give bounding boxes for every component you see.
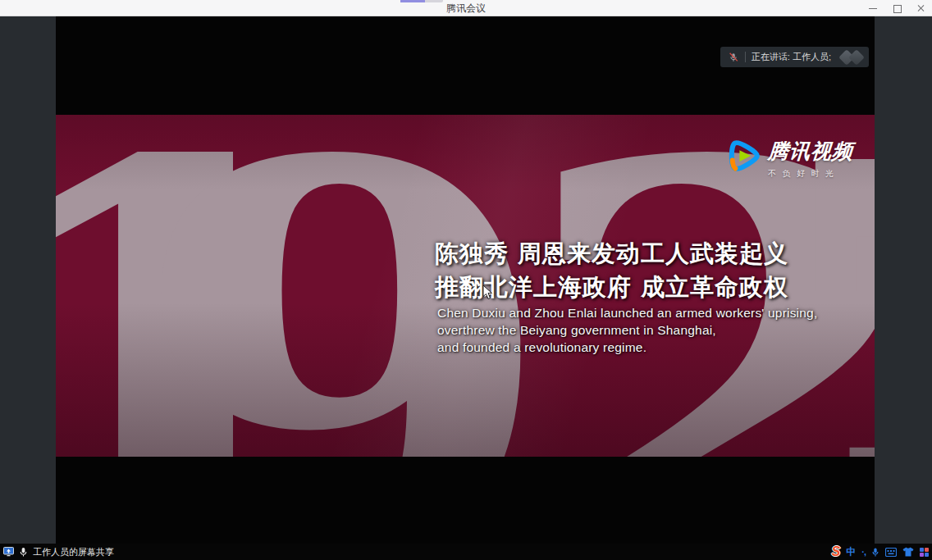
microphone-muted-icon [728,52,739,63]
subtitle-en-line3: and founded a revolutionary regime. [437,339,817,356]
active-speaker-label: 正在讲话: 工作人员; [752,51,831,63]
meeting-content-area: 1 9 2 7 腾讯视频 不负好时光 [0,16,932,544]
screen-share-icon [3,547,14,557]
active-speaker-overlay[interactable]: 正在讲话: 工作人员; [720,47,869,67]
audio-wave-icon [838,47,869,67]
minimize-icon[interactable] [868,3,878,13]
ime-toolbar: S 中 ·, [832,545,932,559]
title-bar: 腾讯会议 [0,0,932,16]
play-button-icon [725,138,761,174]
close-icon[interactable] [916,3,925,13]
mouse-cursor [482,285,493,300]
ime-language-mode[interactable]: 中 [846,545,856,559]
subtitle-en-line2: overthrew the Beiyang government in Shan… [437,321,817,339]
status-bar: 工作人员的屏幕共享 S 中 ·, [0,544,932,560]
tencent-video-brand: 腾讯视频 [767,138,854,165]
ime-keyboard-icon[interactable] [885,548,897,557]
window-title: 腾讯会议 [0,0,932,16]
ime-voice-icon[interactable] [871,547,879,558]
screen-share-status: 工作人员的屏幕共享 [0,546,114,558]
sogou-logo-icon[interactable]: S [832,545,841,558]
ime-toolbox-icon[interactable] [920,548,929,557]
ime-skin-icon[interactable] [902,547,914,557]
meeting-window: 腾讯会议 1 9 2 7 [0,0,932,560]
subtitle-en-line1: Chen Duxiu and Zhou Enlai launched an ar… [437,304,817,321]
shared-screen-video: 1 9 2 7 腾讯视频 不负好时光 [56,16,875,544]
subtitle-english: Chen Duxiu and Zhou Enlai launched an ar… [437,304,817,356]
overlay-divider [745,52,746,62]
ime-punctuation-icon[interactable]: ·, [861,547,866,557]
tencent-video-watermark: 腾讯视频 不负好时光 [725,138,853,180]
microphone-icon [19,547,28,558]
window-controls [868,0,925,16]
screen-share-label: 工作人员的屏幕共享 [33,546,114,558]
video-frame: 1 9 2 7 腾讯视频 不负好时光 [56,115,875,457]
subtitle-cn-line1: 陈独秀 周恩来发动工人武装起义 [435,237,788,271]
tencent-video-tagline: 不负好时光 [768,168,853,180]
maximize-icon[interactable] [892,3,902,13]
